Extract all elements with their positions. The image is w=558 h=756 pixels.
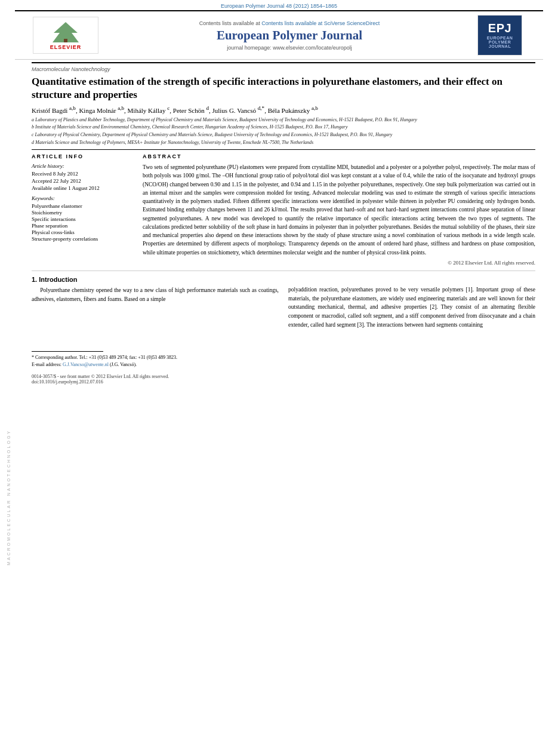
- affiliations: a Laboratory of Plastics and Rubber Tech…: [32, 116, 535, 146]
- abstract-col: ABSTRACT Two sets of segmented polyureth…: [143, 153, 535, 266]
- journal-title-block: Contents lists available at Contents lis…: [107, 20, 471, 51]
- bottom-info: 0014-3057/$ - see front matter © 2012 El…: [32, 374, 279, 385]
- journal-name: European Polymer Journal: [107, 28, 471, 43]
- copyright-line: © 2012 Elsevier Ltd. All rights reserved…: [143, 260, 535, 266]
- keyword-6: Structure-property correlations: [32, 236, 133, 242]
- received: Received 8 July 2012: [32, 171, 133, 177]
- elsevier-logo: ELSEVIER: [33, 17, 101, 54]
- body-right: polyaddition reaction, polyurethanes pro…: [288, 276, 535, 385]
- keyword-3: Specific interactions: [32, 216, 133, 222]
- affiliation-b: b Institute of Materials Science and Env…: [32, 124, 535, 131]
- article-title: Quantitative estimation of the strength …: [32, 75, 535, 102]
- citation-text: European Polymer Journal 48 (2012) 1854–…: [221, 3, 337, 9]
- svg-rect-1: [64, 39, 67, 42]
- divider-thick: [32, 149, 535, 150]
- footnote-divider: [32, 351, 103, 352]
- sciverse-link[interactable]: Contents lists available at SciVerse Sci…: [261, 20, 380, 26]
- keyword-4: Phase separation: [32, 223, 133, 229]
- journal-header: ELSEVIER Contents lists available at Con…: [15, 10, 543, 60]
- section-label: Macromolecular Nanotechnology: [32, 62, 535, 73]
- logo-line2: POLYMER: [489, 40, 511, 44]
- authors-line: Kristóf Bagdi a,b, Kinga Molnár a,b, Mih…: [32, 105, 535, 114]
- article-history-title: Article history:: [32, 163, 133, 169]
- affiliation-a: a Laboratory of Plastics and Rubber Tech…: [32, 116, 535, 124]
- email-address[interactable]: G.J.Vancso@utwente.nl: [63, 362, 109, 367]
- keyword-5: Physical cross-links: [32, 229, 133, 235]
- page: MACROMOLECULAR NANOTECHNOLOGY European P…: [0, 0, 558, 756]
- logo-image-box: ELSEVIER: [33, 17, 98, 54]
- divider-thin: [32, 271, 535, 271]
- two-column-section: ARTICLE INFO Article history: Received 8…: [32, 153, 535, 266]
- sciverse-text: Contents lists available at Contents lis…: [107, 20, 471, 26]
- intro-paragraph-right: polyaddition reaction, polyurethanes pro…: [288, 285, 535, 330]
- article-info-col: ARTICLE INFO Article history: Received 8…: [32, 153, 133, 266]
- issn-line: 0014-3057/$ - see front matter © 2012 El…: [32, 374, 279, 379]
- logo-abbr: EPJ: [488, 22, 511, 34]
- intro-body-right: polyaddition reaction, polyurethanes pro…: [288, 285, 535, 330]
- intro-body-left: Polyurethane chemistry opened the way to…: [32, 286, 279, 303]
- intro-heading-text: 1. Introduction: [32, 276, 77, 283]
- abstract-label: ABSTRACT: [143, 153, 535, 159]
- author-kristof: Kristóf Bagdi a,b, Kinga Molnár a,b, Mih…: [32, 107, 318, 114]
- email-label: E-mail address:: [32, 362, 63, 367]
- affiliation-d: d Materials Science and Technology of Po…: [32, 139, 535, 146]
- homepage-text: journal homepage: www.elsevier.com/locat…: [227, 45, 352, 51]
- abstract-text: Two sets of segmented polyurethane (PU) …: [143, 163, 535, 257]
- body-two-col: 1. Introduction Polyurethane chemistry o…: [32, 276, 535, 385]
- keyword-1: Polyurethane elastomer: [32, 203, 133, 209]
- main-content: Macromolecular Nanotechnology Quantitati…: [11, 62, 558, 385]
- tree-svg: [48, 21, 84, 44]
- side-label-text: MACROMOLECULAR NANOTECHNOLOGY: [7, 429, 11, 566]
- email-attribution: (J.G. Vancsó).: [109, 362, 137, 367]
- journal-logo-right: EPJ EUROPEAN POLYMER JOURNAL: [477, 15, 525, 56]
- journal-homepage: journal homepage: www.elsevier.com/locat…: [107, 45, 471, 51]
- email-footnote: E-mail address: G.J.Vancso@utwente.nl (J…: [32, 361, 279, 368]
- intro-paragraph-left: Polyurethane chemistry opened the way to…: [32, 286, 279, 303]
- affiliation-c: c Laboratory of Physical Chemistry, Depa…: [32, 131, 535, 139]
- keyword-2: Stoichiometry: [32, 210, 133, 216]
- accepted: Accepted 22 July 2012: [32, 178, 133, 184]
- keywords-title: Keywords:: [32, 195, 133, 201]
- doi-line: doi:10.1016/j.eurpolymj.2012.07.016: [32, 379, 279, 385]
- corresponding-footnote: * Corresponding author. Tel.: +31 (0)53 …: [32, 354, 279, 361]
- intro-left-text: Polyurethane chemistry opened the way to…: [32, 287, 279, 302]
- logo-line3: JOURNAL: [489, 44, 511, 48]
- body-left: 1. Introduction Polyurethane chemistry o…: [32, 276, 279, 385]
- article-info-label: ARTICLE INFO: [32, 153, 133, 159]
- intro-heading: 1. Introduction: [32, 276, 279, 283]
- top-citation-bar: European Polymer Journal 48 (2012) 1854–…: [0, 0, 558, 10]
- logo-line1: EUROPEAN: [487, 36, 513, 40]
- available-online: Available online 1 August 2012: [32, 185, 133, 191]
- side-label: MACROMOLECULAR NANOTECHNOLOGY: [3, 239, 14, 756]
- journal-logo-box: EPJ EUROPEAN POLYMER JOURNAL: [477, 15, 522, 56]
- elsevier-text: ELSEVIER: [50, 44, 82, 50]
